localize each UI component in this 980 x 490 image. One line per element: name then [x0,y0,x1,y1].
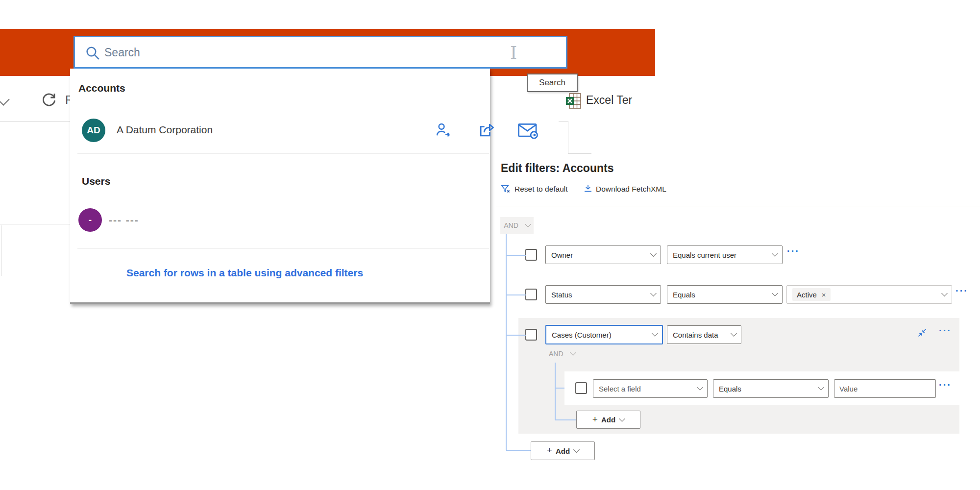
chevron-down-icon [650,290,657,296]
reset-to-default-button[interactable]: Reset to default [514,185,568,194]
root-operator-label: AND [504,221,518,229]
chevron-down-icon [570,349,576,356]
field-label: Select a field [599,385,641,393]
tree-line-connector [506,335,526,336]
email-icon[interactable] [517,122,539,139]
add-label: Add [601,416,615,424]
operator-label: Equals current user [673,251,736,259]
value-tag-label: Active [797,291,817,299]
field-dropdown-owner[interactable]: Owner [545,245,661,264]
root-operator-dropdown[interactable]: AND [500,217,534,234]
plus-icon: + [547,445,552,456]
field-dropdown-nested[interactable]: Select a field [593,379,708,398]
search-results-dropdown: Accounts AD A Datum Corporation Users - … [70,69,490,304]
more-commands-icon[interactable]: ··· [787,247,800,254]
edit-filters-title: Edit filters: Accounts [501,162,613,175]
plus-icon: + [592,414,598,425]
remove-tag-icon[interactable]: × [822,291,826,299]
users-section-header: Users [82,175,110,187]
tree-line-connector [506,450,531,451]
grid-line-vertical [1,225,1,276]
tree-line-vertical [506,234,507,450]
account-avatar: AD [82,119,105,142]
search-icon [84,45,101,61]
chevron-down-icon [652,330,658,337]
tree-line-connector [506,255,526,256]
screen: R Excel Ter I Search Accounts AD A Datum… [0,0,980,490]
value-tag: Active × [792,288,831,301]
commands-divider [496,206,980,206]
field-label: Cases (Customer) [552,331,612,339]
share-icon[interactable] [476,121,496,140]
chevron-down-icon[interactable] [0,93,10,105]
toolbar-divider-segment [559,121,568,122]
more-commands-icon[interactable]: ··· [939,381,952,388]
tree-line-vertical [555,363,556,420]
add-label: Add [556,447,570,455]
field-dropdown-status[interactable]: Status [545,285,661,304]
operator-label: Contains data [673,331,718,339]
download-fetchxml-button[interactable]: Download FetchXML [596,185,666,194]
search-tooltip: Search [527,74,578,92]
fragment-edge-horizontal [568,153,591,154]
chevron-down-icon [573,446,580,453]
download-icon [582,183,594,195]
search-box [74,36,567,69]
more-commands-icon[interactable]: ··· [939,327,952,334]
field-dropdown-cases[interactable]: Cases (Customer) [545,325,663,344]
grid-line-left [0,224,77,224]
advanced-filters-link[interactable]: Search for rows in a table using advance… [126,267,363,279]
excel-templates-label[interactable]: Excel Ter [586,94,632,107]
operator-dropdown-cases[interactable]: Contains data [667,325,741,344]
collapse-icon[interactable] [917,328,927,338]
account-result-name[interactable]: A Datum Corporation [117,124,213,136]
chevron-down-icon [772,290,778,296]
chevron-down-icon [818,384,824,391]
chevron-down-icon [941,290,948,296]
user-result-name[interactable]: --- --- [109,214,139,226]
refresh-icon[interactable] [39,91,59,110]
field-label: Owner [551,251,573,259]
value-input-nested[interactable] [834,379,936,398]
operator-dropdown-owner[interactable]: Equals current user [667,245,783,264]
chevron-down-icon [731,330,737,337]
text-cursor: I [510,44,517,62]
search-input[interactable] [103,37,556,68]
row-checkbox[interactable] [525,249,537,261]
group-operator-label: AND [549,350,564,358]
chevron-down-icon [772,250,778,257]
operator-label: Equals [719,385,741,393]
excel-icon [564,92,582,110]
filter-reset-icon [500,183,512,195]
chevron-down-icon [525,221,531,227]
add-condition-button-inner[interactable]: + Add [576,411,640,429]
chevron-down-icon [619,416,625,422]
account-initials: AD [87,125,100,136]
fragment-edge-vertical [568,121,568,153]
chevron-down-icon [650,250,657,257]
operator-dropdown-nested[interactable]: Equals [713,379,829,398]
results-divider [77,248,489,249]
results-divider [77,153,489,154]
value-multiselect-status[interactable]: Active × [786,285,952,304]
row-checkbox[interactable] [575,382,587,394]
user-initials: - [89,215,92,225]
operator-label: Equals [673,291,695,299]
search-tooltip-label: Search [539,78,565,88]
tree-line-connector [555,419,576,420]
assign-user-icon[interactable] [434,121,453,140]
field-label: Status [551,291,572,299]
chevron-down-icon [697,384,703,391]
accounts-section-header: Accounts [78,82,125,94]
more-commands-icon[interactable]: ··· [956,287,968,294]
tree-line-connector [506,294,526,295]
group-operator-dropdown[interactable]: AND [549,350,575,358]
add-condition-button-outer[interactable]: + Add [531,441,595,460]
user-avatar: - [78,208,102,232]
row-checkbox[interactable] [525,329,537,341]
toolbar-divider-left [0,121,70,122]
row-checkbox[interactable] [525,289,537,300]
operator-dropdown-status[interactable]: Equals [667,285,783,304]
